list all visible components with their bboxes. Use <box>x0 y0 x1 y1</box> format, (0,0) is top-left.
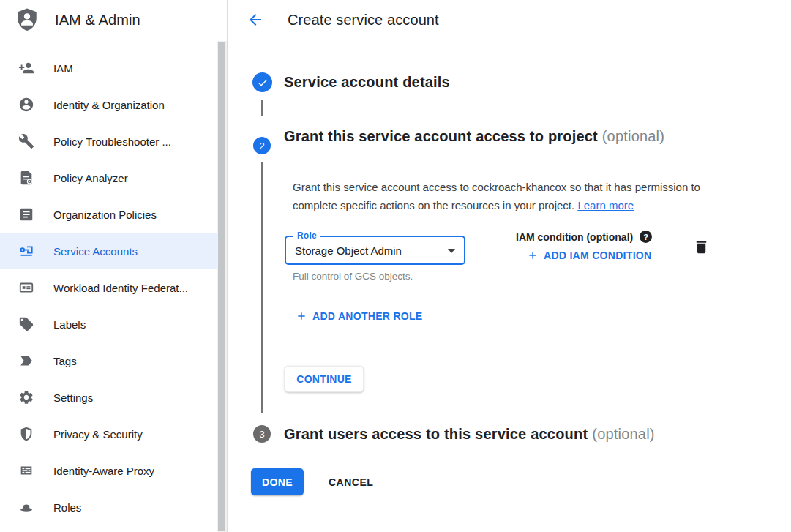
account-circle-icon <box>18 96 35 113</box>
step3-title: Grant users access to this service accou… <box>284 426 655 443</box>
page-header: Create service account <box>228 0 791 40</box>
help-icon[interactable]: ? <box>640 231 652 243</box>
chevron-down-icon <box>448 249 455 253</box>
step-connector <box>261 100 263 116</box>
step1-title: Service account details <box>284 74 450 91</box>
article-icon <box>18 206 35 223</box>
document-gear-icon <box>18 169 35 187</box>
sidebar-item-service-accounts[interactable]: Service Accounts <box>0 233 227 269</box>
main-content: Create service account Service account d… <box>228 0 791 532</box>
sidebar-item-iam[interactable]: IAM <box>0 50 227 86</box>
sidebar-header: IAM & Admin <box>0 0 227 40</box>
sidebar-item-label: Tags <box>53 355 77 367</box>
sidebar-item-label: Policy Analyzer <box>53 172 128 184</box>
add-iam-condition-button[interactable]: ADD IAM CONDITION <box>527 250 651 261</box>
sidebar-item-label: Identity & Organization <box>53 99 165 111</box>
sidebar-item-settings[interactable]: Settings <box>0 379 227 416</box>
step2-title: Grant this service account access to pro… <box>284 124 679 149</box>
sidebar-item-tags[interactable]: Tags <box>0 342 227 379</box>
sidebar-item-identity-aware-proxy[interactable]: Identity-Aware Proxy <box>0 452 227 489</box>
add-another-role-button[interactable]: ADD ANOTHER ROLE <box>296 310 423 322</box>
sidebar-item-label: Service Accounts <box>53 245 138 258</box>
sidebar-item-organization-policies[interactable]: Organization Policies <box>0 196 227 233</box>
sidebar-item-label: IAM <box>53 62 73 75</box>
gear-icon <box>18 389 35 406</box>
service-account-key-icon <box>18 242 35 260</box>
sidebar-item-label: Organization Policies <box>53 209 157 221</box>
plus-icon <box>296 310 307 322</box>
sidebar-item-label: Labels <box>53 318 86 331</box>
proxy-gateway-icon <box>18 462 35 479</box>
sidebar-item-roles[interactable]: Roles <box>0 489 227 525</box>
step2-optional-label: (optional) <box>602 128 664 144</box>
label-important-icon <box>18 352 35 370</box>
step1-check-circle <box>252 72 272 92</box>
sidebar-item-label: Workload Identity Federat... <box>53 282 188 294</box>
sidebar-scrollbar-thumb[interactable] <box>218 42 225 531</box>
sidebar-item-workload-identity-federation[interactable]: Workload Identity Federat... <box>0 269 227 306</box>
trash-icon[interactable] <box>693 239 711 256</box>
step3-number: 3 <box>259 429 264 440</box>
role-select[interactable]: Role Storage Object Admin <box>285 236 465 265</box>
sidebar-title: IAM & Admin <box>55 12 140 29</box>
sidebar-item-label: Settings <box>53 391 93 404</box>
continue-button[interactable]: CONTINUE <box>285 366 364 392</box>
sidebar-item-label: Privacy & Security <box>53 428 143 441</box>
iam-shield-person-icon <box>15 7 40 32</box>
check-icon <box>257 77 269 89</box>
sidebar-item-identity-organization[interactable]: Identity & Organization <box>0 86 227 123</box>
arrow-back-icon[interactable] <box>247 11 264 29</box>
role-helper-text: Full control of GCS objects. <box>293 271 413 282</box>
step2-number-circle: 2 <box>253 137 271 154</box>
step2-number: 2 <box>259 141 264 151</box>
done-button[interactable]: DONE <box>251 468 304 495</box>
role-field-label: Role <box>293 231 320 241</box>
sidebar-item-privacy-security[interactable]: Privacy & Security <box>0 416 227 452</box>
tag-icon <box>18 315 35 333</box>
sidebar-item-label: Identity-Aware Proxy <box>53 465 154 477</box>
person-add-icon <box>18 59 35 77</box>
step2-description: Grant this service account access to coc… <box>293 178 726 214</box>
cancel-button[interactable]: CANCEL <box>326 468 376 495</box>
page-title: Create service account <box>288 12 439 29</box>
sidebar-item-label: Roles <box>53 501 81 514</box>
sidebar: IAM & Admin IAM Identity & Organization … <box>0 0 228 532</box>
learn-more-link[interactable]: Learn more <box>577 199 634 211</box>
step-connector <box>261 162 263 413</box>
iam-condition-label-row: IAM condition (optional) ? <box>516 231 652 243</box>
sidebar-item-policy-troubleshooter[interactable]: Policy Troubleshooter ... <box>0 123 227 160</box>
shield-half-icon <box>18 425 35 443</box>
sidebar-item-labels[interactable]: Labels <box>0 306 227 342</box>
badge-card-icon <box>18 279 35 296</box>
iam-condition-label: IAM condition (optional) <box>516 231 633 243</box>
wrench-icon <box>18 132 35 150</box>
sidebar-item-label: Policy Troubleshooter ... <box>53 135 171 148</box>
sidebar-nav: IAM Identity & Organization Policy Troub… <box>0 40 227 525</box>
hat-icon <box>18 498 35 516</box>
plus-icon <box>527 250 539 261</box>
role-selected-value: Storage Object Admin <box>295 244 402 257</box>
sidebar-scrollbar-track <box>217 41 227 532</box>
sidebar-item-policy-analyzer[interactable]: Policy Analyzer <box>0 160 227 196</box>
step3-optional-label: (optional) <box>592 426 654 442</box>
step3-number-circle: 3 <box>253 425 271 443</box>
